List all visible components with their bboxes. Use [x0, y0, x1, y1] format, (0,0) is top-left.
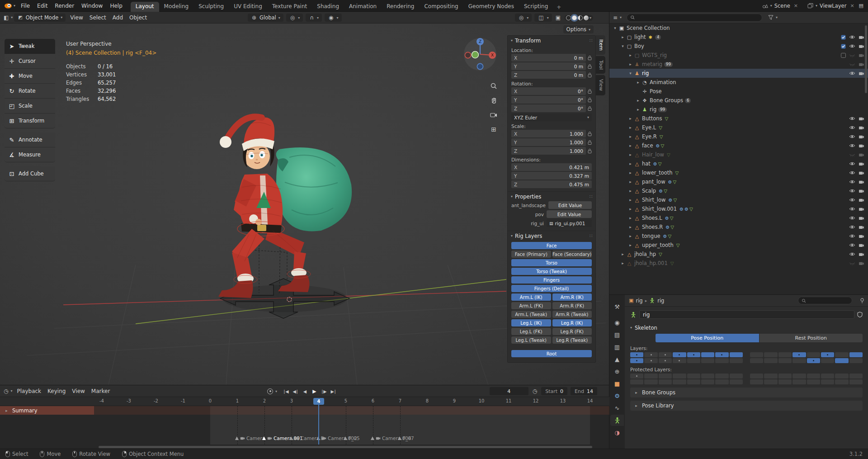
outliner-row-wgts-rig[interactable]: ▸▢WGTS_rig — [609, 51, 868, 60]
pan-hand-icon[interactable] — [488, 95, 499, 106]
add-cube-tool-button[interactable]: ⊡Add Cube — [5, 166, 55, 181]
workspace-tab-scripting[interactable]: Scripting — [519, 2, 553, 12]
hide-in-viewport-eye-icon[interactable] — [849, 161, 855, 166]
disclosure-open-icon[interactable]: ▾ — [612, 26, 618, 30]
value-field-z[interactable]: Z0 m — [511, 71, 586, 79]
move-tool-button[interactable]: ✚Move — [5, 69, 55, 84]
outliner-row-pose[interactable]: ✛Pose — [609, 87, 868, 96]
chevron-down-icon[interactable]: ▾ — [816, 4, 817, 8]
disable-in-renders-camera-icon[interactable] — [859, 198, 864, 202]
layer-toggle[interactable] — [673, 352, 686, 357]
layer-toggle[interactable] — [701, 379, 714, 384]
value-field-x[interactable]: X1.000 — [511, 130, 586, 137]
marker-f-05[interactable]: F_05 — [344, 435, 360, 441]
layer-toggle[interactable] — [715, 358, 728, 363]
layer-toggle[interactable] — [730, 374, 743, 379]
mode-dropdown[interactable]: ◩Object Mode▾ — [14, 14, 66, 22]
rig-layer-leg-l-fk-[interactable]: Leg.L (FK) — [511, 328, 551, 335]
layer-toggle[interactable] — [835, 358, 848, 363]
disable-in-renders-camera-icon[interactable] — [859, 207, 864, 211]
lock-icon[interactable] — [588, 64, 592, 69]
disclosure-closed-icon[interactable]: ▸ — [627, 53, 633, 57]
editor-type-icon[interactable]: ◷ — [3, 388, 9, 394]
viewport-menu-select[interactable]: Select — [86, 14, 109, 22]
outliner-row-shoes-r[interactable]: ▸△Shoes.R⚙▽ — [609, 222, 868, 232]
layer-toggle[interactable] — [821, 352, 834, 357]
disclosure-closed-icon[interactable]: ▸ — [627, 243, 633, 247]
snap-dropdown[interactable]: ∩▾ — [306, 14, 322, 22]
workspace-tab-shading[interactable]: Shading — [312, 2, 344, 12]
disclosure-closed-icon[interactable]: ▸ — [627, 125, 633, 130]
hide-in-viewport-eye-icon[interactable] — [849, 134, 855, 139]
viewport-menu-add[interactable]: Add — [109, 14, 126, 22]
disable-in-renders-camera-icon[interactable] — [859, 135, 864, 139]
disable-in-renders-camera-icon[interactable] — [859, 44, 864, 48]
properties-tab-render[interactable]: ◉ — [610, 317, 624, 328]
timeline-ruler[interactable]: -4-3-2-101234567891011121314 — [0, 397, 609, 406]
breadcrumb-data[interactable]: rig — [657, 298, 664, 304]
disclosure-closed-icon[interactable]: ▸ — [627, 161, 633, 166]
layer-toggle[interactable] — [715, 379, 728, 384]
layer-toggle[interactable] — [701, 352, 714, 357]
value-field-z[interactable]: Z0.475 m — [511, 180, 592, 188]
edit-value-button[interactable]: Edit Value — [548, 201, 592, 209]
layer-toggle[interactable] — [644, 358, 657, 363]
pivot-point-dropdown[interactable]: ◎▾ — [286, 14, 303, 22]
layer-toggle[interactable] — [793, 358, 806, 363]
properties-tab-object[interactable]: ■ — [610, 378, 624, 389]
transform-tool-button[interactable]: ⊞Transform — [5, 114, 55, 128]
disclosure-closed-icon[interactable]: ▸ — [627, 189, 633, 193]
disable-in-renders-camera-icon[interactable] — [859, 225, 864, 229]
rotate-tool-button[interactable]: ↻Rotate — [5, 84, 55, 99]
lock-icon[interactable] — [588, 72, 592, 77]
layer-toggle[interactable] — [630, 374, 643, 379]
pose-library-panel-header[interactable]: ▸Pose Library — [630, 401, 863, 411]
current-frame-field[interactable]: 4 — [490, 387, 528, 395]
properties-tab-scene[interactable]: ▲ — [610, 354, 624, 365]
layer-toggle[interactable] — [701, 374, 714, 379]
hide-in-viewport-eye-icon[interactable] — [849, 35, 855, 39]
rig-layer-fingers-detail-[interactable]: Fingers (Detail) — [511, 285, 592, 292]
disclosure-closed-icon[interactable]: ▸ — [635, 107, 641, 112]
rig-layer-face-secondary-[interactable]: Face (Secondary) — [552, 251, 592, 258]
lock-icon[interactable] — [588, 55, 592, 60]
topbar-menu-file[interactable]: File — [17, 2, 33, 10]
layer-toggle[interactable] — [793, 352, 806, 357]
disable-in-renders-camera-icon[interactable] — [859, 144, 864, 148]
data-name-field[interactable]: rig — [639, 310, 854, 319]
sidebar-tab-view[interactable]: View — [596, 75, 605, 95]
lock-icon[interactable] — [588, 131, 592, 136]
disable-in-renders-camera-icon[interactable] — [859, 35, 864, 39]
layer-toggle[interactable] — [687, 352, 700, 357]
disclosure-open-icon[interactable]: ▾ — [620, 44, 626, 48]
bone-groups-panel-header[interactable]: ▸Bone Groups — [630, 388, 863, 397]
disable-in-renders-camera-icon[interactable] — [859, 189, 864, 193]
topbar-menu-edit[interactable]: Edit — [33, 2, 51, 10]
layer-toggle[interactable] — [807, 358, 820, 363]
value-field-y[interactable]: Y0° — [511, 96, 586, 104]
layer-toggle[interactable] — [659, 379, 672, 384]
workspace-tab-compositing[interactable]: Compositing — [419, 2, 463, 12]
properties-tab-tool[interactable]: ⚒ — [610, 301, 624, 312]
layer-toggle[interactable] — [835, 374, 848, 379]
layer-toggle[interactable] — [750, 379, 763, 384]
timeline-menu-view[interactable]: View — [69, 387, 88, 395]
layers-icon[interactable]: ▤ — [858, 3, 864, 9]
layer-toggle[interactable] — [659, 352, 672, 357]
marker-f-07[interactable]: F_07 — [398, 435, 414, 441]
viewport-3d[interactable]: ◧▾ ◩Object Mode▾ ViewSelectAddObject ⊕Gl… — [0, 12, 609, 385]
workspace-tab-sculpting[interactable]: Sculpting — [193, 2, 229, 12]
disclosure-closed-icon[interactable]: ▸ — [627, 207, 633, 211]
annotate-tool-button[interactable]: ✎Annotate — [5, 132, 55, 147]
rendered-shading-button[interactable] — [584, 15, 589, 20]
layer-toggle[interactable] — [778, 379, 792, 384]
properties-tab-physics[interactable]: ∿ — [610, 402, 624, 414]
workspace-tab-layout[interactable]: Layout — [131, 2, 159, 12]
exclude-checkbox[interactable] — [841, 44, 846, 49]
disclosure-closed-icon[interactable]: ▸ — [627, 170, 633, 175]
scene-selector[interactable]: Scene — [774, 3, 790, 9]
editor-type-icon[interactable]: ≡ — [612, 14, 618, 21]
rig-layer-arm-l-fk-[interactable]: Arm.L (FK) — [511, 302, 551, 309]
disable-in-renders-camera-icon[interactable] — [859, 162, 864, 166]
properties-tab-object-data[interactable] — [610, 415, 624, 426]
